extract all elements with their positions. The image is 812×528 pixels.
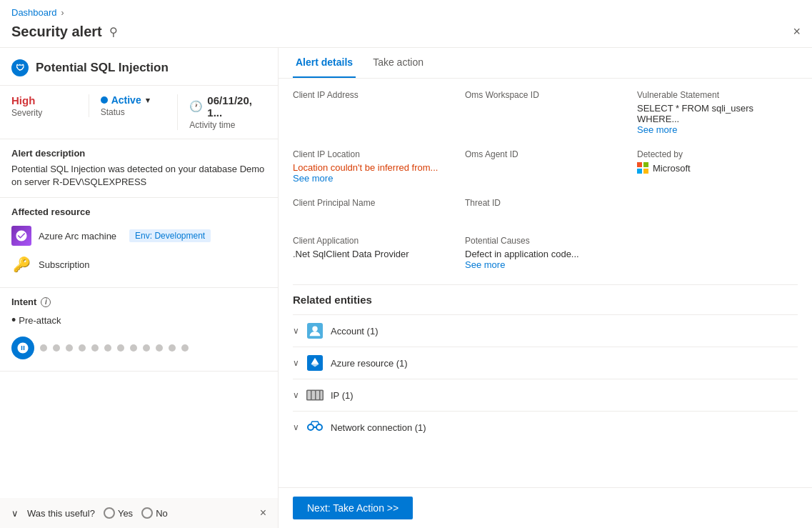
related-entities-title: Related entities	[293, 294, 798, 306]
progress-dot-9	[143, 344, 150, 352]
vulnerable-stmt-value: SELECT * FROM sqli_users WHERE...	[637, 103, 798, 124]
network-entity-icon	[306, 419, 324, 436]
account-entity-label: Account (1)	[331, 326, 378, 337]
feedback-yes-radio[interactable]: Yes	[104, 507, 133, 519]
affected-resource-section: Affected resource Azure Arc machine Env:…	[0, 198, 278, 288]
progress-dot-3	[66, 344, 73, 352]
progress-dot-7	[117, 344, 124, 352]
intent-label: Intent	[11, 297, 36, 307]
action-bar: Next: Take Action >>	[279, 487, 812, 528]
potential-causes-value: Defect in application code...	[465, 249, 626, 259]
network-entity-label: Network connection (1)	[331, 422, 426, 433]
alert-title-text: Potential SQL Injection	[36, 61, 169, 75]
threat-id-label: Threat ID	[465, 198, 626, 208]
azure-arc-icon	[11, 226, 31, 246]
oms-workspace-value	[465, 103, 626, 114]
feedback-bar: ∨ Was this useful? Yes No ×	[0, 498, 278, 528]
entity-row-ip[interactable]: ∨ IP (1)	[293, 379, 798, 411]
detail-oms-agent: Oms Agent ID	[465, 149, 626, 184]
affected-resource-title: Affected resource	[11, 206, 266, 217]
svg-rect-0	[637, 162, 642, 167]
progress-dot-2	[53, 344, 60, 352]
feedback-no-radio[interactable]: No	[141, 507, 168, 519]
client-ip-location-see-more[interactable]: See more	[293, 173, 453, 184]
detail-oms-workspace: Oms Workspace ID	[465, 90, 626, 135]
feedback-toggle[interactable]: ∨	[11, 508, 19, 519]
bullet-icon: •	[11, 313, 16, 328]
svg-rect-1	[643, 162, 648, 167]
svg-rect-11	[321, 391, 323, 399]
detected-by-value: Microsoft	[653, 163, 691, 174]
activity-value: 🕐 06/11/20, 1...	[189, 94, 266, 119]
detail-threat-id: Threat ID	[465, 198, 626, 221]
svg-rect-3	[643, 169, 648, 174]
feedback-radio-group: Yes No	[104, 507, 168, 519]
alert-title: 🛡 Potential SQL Injection	[11, 59, 266, 76]
yes-radio-circle	[104, 507, 115, 519]
intent-info-icon[interactable]: i	[41, 297, 51, 307]
client-principal-label: Client Principal Name	[293, 198, 453, 208]
shield-icon: 🛡	[11, 59, 29, 76]
vulnerable-stmt-see-more[interactable]: See more	[637, 124, 798, 135]
entity-row-azure[interactable]: ∨ Azure resource (1)	[293, 347, 798, 379]
feedback-close-icon[interactable]: ×	[260, 507, 266, 519]
feedback-inner: ∨ Was this useful? Yes No	[11, 507, 260, 519]
severity-value: High	[11, 94, 89, 106]
entity-row-network[interactable]: ∨ Network connection (1)	[293, 411, 798, 443]
env-badge: Env: Development	[129, 229, 211, 242]
alert-description-text: Potential SQL Injection was detected on …	[11, 163, 266, 189]
progress-dot-5	[91, 344, 99, 352]
intent-value: Pre-attack	[19, 315, 61, 326]
close-icon[interactable]: ×	[793, 24, 801, 39]
page-title-row: Security alert ⚲	[11, 24, 118, 40]
severity-label: Severity	[11, 108, 89, 118]
svg-rect-10	[316, 391, 320, 399]
client-ip-label: Client IP Address	[293, 90, 453, 100]
potential-causes-label: Potential Causes	[465, 236, 626, 246]
page-header: Security alert ⚲ ×	[0, 21, 812, 48]
alert-description-section: Alert description Potential SQL Injectio…	[0, 139, 278, 198]
progress-dot-4	[79, 344, 86, 352]
activity-item: 🕐 06/11/20, 1... Activity time	[177, 94, 266, 130]
azure-resource-entity-icon	[306, 354, 324, 372]
arc-machine-label[interactable]: Azure Arc machine	[39, 231, 116, 241]
status-chevron-icon[interactable]: ▾	[146, 96, 150, 105]
client-principal-value	[293, 211, 453, 221]
subscription-label[interactable]: Subscription	[39, 259, 90, 270]
pin-icon[interactable]: ⚲	[109, 25, 118, 39]
svg-rect-8	[308, 391, 311, 399]
feedback-chevron-icon: ∨	[11, 508, 19, 519]
tab-take-action[interactable]: Take action	[370, 48, 426, 78]
client-ip-location-label: Client IP Location	[293, 149, 453, 159]
svg-rect-9	[312, 391, 316, 399]
tab-alert-details[interactable]: Alert details	[293, 48, 356, 78]
svg-point-13	[316, 424, 322, 430]
next-take-action-button[interactable]: Next: Take Action >>	[293, 497, 413, 519]
status-item: Active ▾ Status	[89, 94, 178, 117]
alert-description-title: Alert description	[11, 148, 266, 159]
subscription-key-icon: 🔑	[11, 254, 31, 274]
azure-entity-label: Azure resource (1)	[331, 358, 408, 369]
intent-progress-dots	[11, 328, 266, 365]
progress-dot-8	[130, 344, 137, 352]
resource-item-arc: Azure Arc machine Env: Development	[11, 221, 266, 250]
activity-time: 06/11/20, 1...	[207, 94, 266, 119]
entity-row-account[interactable]: ∨ Account (1)	[293, 314, 798, 347]
alert-title-section: 🛡 Potential SQL Injection	[0, 48, 278, 86]
azure-chevron-icon: ∨	[293, 358, 299, 368]
tab-alert-details-label: Alert details	[296, 56, 353, 68]
client-ip-value	[293, 103, 453, 114]
progress-dot-1	[40, 344, 47, 352]
svg-rect-2	[637, 169, 642, 174]
tab-take-action-label: Take action	[373, 56, 423, 68]
intent-section: Intent i • Pre-attack	[0, 288, 278, 372]
status-label: Status	[101, 107, 178, 117]
section-divider	[293, 284, 798, 285]
detail-vulnerable-stmt: Vulnerable Statement SELECT * FROM sqli_…	[637, 90, 798, 135]
potential-causes-see-more[interactable]: See more	[465, 259, 626, 270]
breadcrumb-dashboard-link[interactable]: Dashboard	[11, 7, 57, 18]
detail-client-principal: Client Principal Name	[293, 198, 453, 221]
active-badge: Active	[101, 94, 141, 106]
status-bar: High Severity Active ▾ Status 🕐	[0, 86, 278, 139]
progress-dot-6	[104, 344, 111, 352]
